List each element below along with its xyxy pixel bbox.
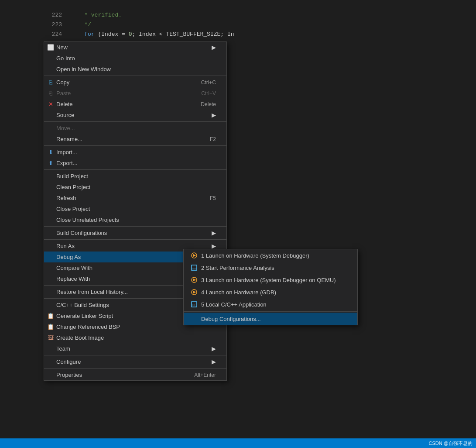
separator-2 [44,121,226,122]
submenu-separator [184,311,357,312]
run-as-arrow: ▶ [212,243,216,249]
code-line-223: */ [69,20,476,30]
separator-5 [44,226,226,227]
status-text: CSDN @自强不息的 [429,440,473,447]
svg-rect-2 [192,265,197,270]
separator-9 [44,355,226,355]
gdb-icon [191,289,198,296]
code-line-224: for (Index = 0; Index < TEST_BUFFER_SIZE… [69,30,476,39]
svg-marker-5 [193,279,196,281]
launch-hw-icon [191,252,198,259]
launch-qemu-icon [191,276,198,283]
debug-as-submenu: 1 Launch on Hardware (System Debugger) 2… [183,249,358,325]
bsp-icon: 📋 [47,324,55,330]
menu-item-delete[interactable]: ✕ Delete Delete [44,99,226,110]
menu-item-open-new-window[interactable]: Open in New Window [44,64,226,75]
svg-text:C: C [192,303,195,307]
new-icon: ⬜ [47,44,55,51]
team-arrow: ▶ [212,345,216,352]
submenu-item-debug-configurations[interactable]: Debug Configurations... [184,313,357,325]
menu-item-move[interactable]: Move... [44,123,226,134]
menu-item-close-unrelated[interactable]: Close Unrelated Projects [44,214,226,225]
submenu-item-launch-qemu[interactable]: 3 Launch on Hardware (System Debugger on… [184,274,357,286]
menu-item-close-project[interactable]: Close Project [44,203,226,214]
submenu-item-local-cpp[interactable]: C 5 Local C/C++ Application [184,298,357,310]
svg-marker-1 [193,254,196,257]
menu-item-configure[interactable]: Configure ▶ [44,356,226,367]
code-line-222: * verified. [69,10,476,20]
copy-icon: ⎘ [47,79,55,86]
menu-item-go-into[interactable]: Go Into [44,53,226,64]
submenu-item-gdb[interactable]: 4 Launch on Hardware (GDB) [184,286,357,298]
menu-item-team[interactable]: Team ▶ [44,343,226,354]
status-bar: CSDN @自强不息的 [0,438,476,448]
context-menu: ⬜ New ▶ Go Into Open in New Window ⎘ Cop… [44,41,227,381]
separator-6 [44,239,226,240]
perf-icon [191,264,198,271]
menu-item-import[interactable]: ⬇ Import... [44,147,226,158]
delete-icon: ✕ [47,101,55,107]
linker-icon: 📋 [47,313,55,319]
menu-item-create-boot[interactable]: 🖼 Create Boot Image [44,332,226,343]
menu-item-properties[interactable]: Properties Alt+Enter [44,369,226,380]
paste-icon: ⎗ [47,90,55,96]
separator-10 [44,368,226,369]
svg-marker-7 [193,291,196,293]
export-icon: ⬆ [47,160,55,166]
separator-4 [44,169,226,170]
menu-item-export[interactable]: ⬆ Export... [44,158,226,169]
import-icon: ⬇ [47,149,55,155]
build-configs-arrow: ▶ [212,230,216,236]
separator-3 [44,145,226,146]
menu-item-paste[interactable]: ⎗ Paste Ctrl+V [44,88,226,99]
menu-item-copy[interactable]: ⎘ Copy Ctrl+C [44,77,226,88]
configure-arrow: ▶ [212,358,216,365]
debug-config-icon [191,315,198,322]
local-cpp-icon: C [191,301,198,308]
menu-item-source[interactable]: Source ▶ [44,110,226,121]
boot-icon: 🖼 [47,334,55,341]
menu-item-new[interactable]: ⬜ New ▶ [44,42,226,53]
submenu-item-launch-hw[interactable]: 1 Launch on Hardware (System Debugger) [184,249,357,262]
new-arrow: ▶ [212,44,216,51]
source-arrow: ▶ [212,112,216,118]
separator-1 [44,76,226,76]
submenu-item-perf[interactable]: 2 Start Performance Analysis [184,262,357,274]
menu-item-clean-project[interactable]: Clean Project [44,182,226,193]
menu-item-refresh[interactable]: Refresh F5 [44,193,226,203]
menu-item-build-project[interactable]: Build Project [44,171,226,182]
menu-item-rename[interactable]: Rename... F2 [44,134,226,145]
menu-item-build-configs[interactable]: Build Configurations ▶ [44,227,226,238]
